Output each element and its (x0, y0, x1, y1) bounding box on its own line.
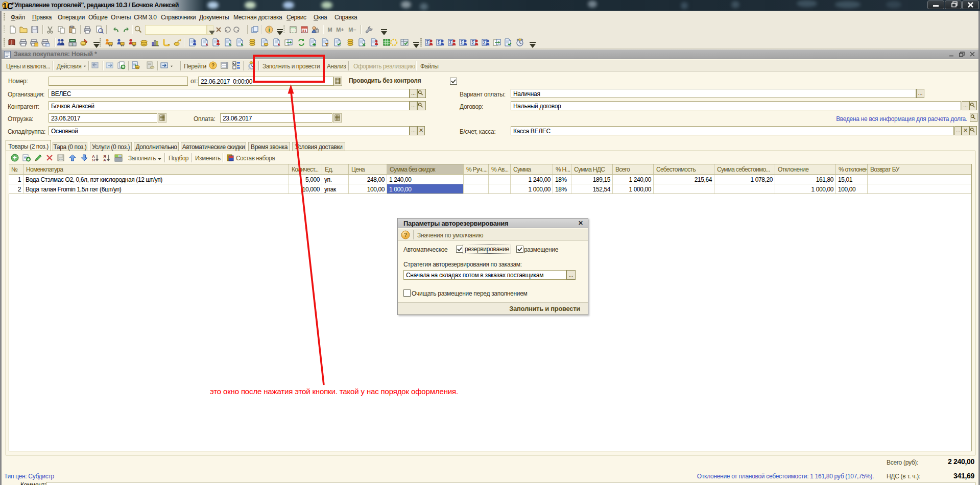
svg-text:Σ: Σ (437, 40, 440, 45)
svg-text:M: M (327, 27, 332, 33)
svg-text:Σ: Σ (483, 40, 486, 45)
svg-text:i: i (268, 27, 270, 33)
svg-text:?: ? (211, 63, 214, 68)
svg-text:Σ: Σ (460, 40, 463, 45)
svg-text:M–: M– (348, 27, 356, 33)
svg-text:?: ? (404, 232, 408, 238)
svg-text:Σ: Σ (449, 40, 452, 45)
svg-text:Σ: Σ (471, 40, 474, 45)
svg-text:M+: M+ (336, 27, 344, 33)
svg-text:Σ: Σ (426, 40, 429, 45)
svg-text:31: 31 (302, 29, 307, 33)
